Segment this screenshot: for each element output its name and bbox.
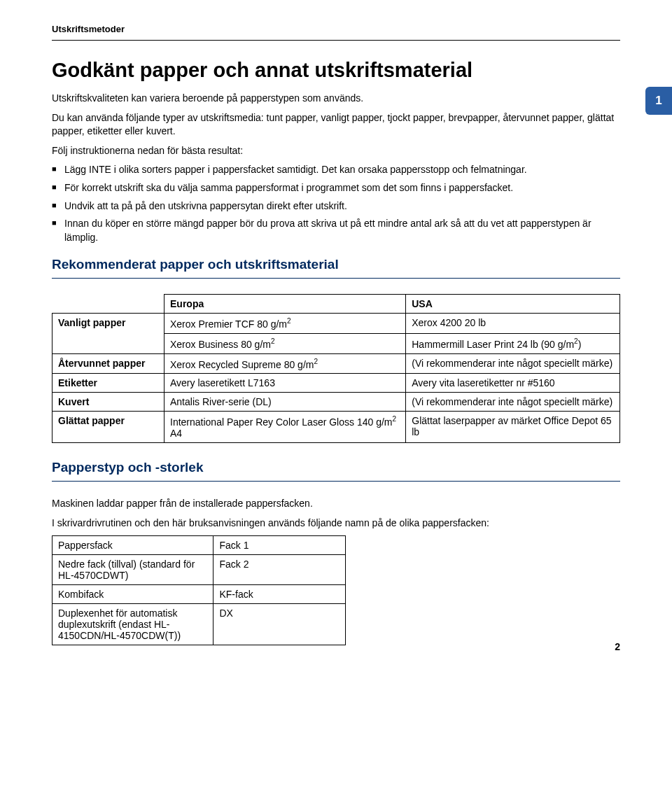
type-para-2: I skrivardrivrutinen och den här bruksan… bbox=[52, 517, 620, 531]
table-row-label: Återvunnet papper bbox=[52, 353, 164, 374]
intro-para-2: Du kan använda följande typer av utskrif… bbox=[52, 111, 620, 139]
table-row-label: Kuvert bbox=[52, 393, 164, 412]
recommended-paper-table: Europa USA Vanligt papper Xerox Premier … bbox=[52, 294, 620, 443]
section-heading-type: Papperstyp och -storlek bbox=[52, 460, 620, 475]
chapter-tab: 1 bbox=[645, 87, 672, 115]
table-cell: Fack 1 bbox=[214, 536, 346, 555]
section-rule bbox=[52, 481, 620, 482]
intro-para-3: Följ instruktionerna nedan för bästa res… bbox=[52, 144, 620, 158]
table-cell: Kombifack bbox=[52, 585, 214, 604]
table-cell: Glättat laserpapper av märket Office Dep… bbox=[406, 412, 620, 443]
guideline-item: Undvik att ta på på den utskrivna papper… bbox=[52, 199, 620, 213]
table-row-label: Etiketter bbox=[52, 374, 164, 393]
type-para-1: Maskinen laddar papper från de installer… bbox=[52, 497, 620, 511]
page-title: Godkänt papper och annat utskriftsmateri… bbox=[52, 59, 620, 82]
table-cell-empty bbox=[52, 295, 164, 314]
section-rule bbox=[52, 278, 620, 279]
table-cell: Xerox Recycled Supreme 80 g/m2 bbox=[164, 353, 406, 374]
tray-names-table: Pappersfack Fack 1 Nedre fack (tillval) … bbox=[52, 535, 346, 645]
table-row-label: Glättat papper bbox=[52, 412, 164, 443]
table-header-usa: USA bbox=[406, 295, 620, 314]
table-cell: Duplexenhet för automatisk duplexutskrif… bbox=[52, 604, 214, 645]
guideline-item: För korrekt utskrift ska du välja samma … bbox=[52, 181, 620, 195]
guideline-item: Innan du köper en större mängd papper bö… bbox=[52, 217, 620, 244]
section-header: Utskriftsmetoder bbox=[52, 24, 620, 34]
table-cell: Avery vita laseretiketter nr #5160 bbox=[406, 374, 620, 393]
table-header-europe: Europa bbox=[164, 295, 406, 314]
table-cell: Nedre fack (tillval) (standard för HL-45… bbox=[52, 555, 214, 585]
page-number: 2 bbox=[615, 641, 620, 652]
table-cell: International Paper Rey Color Laser Glos… bbox=[164, 412, 406, 443]
table-cell: Xerox Premier TCF 80 g/m2 bbox=[164, 314, 406, 334]
table-cell: Xerox Business 80 g/m2 bbox=[164, 334, 406, 354]
table-cell: Antalis River-serie (DL) bbox=[164, 393, 406, 412]
guideline-list: Lägg INTE i olika sorters papper i pappe… bbox=[52, 163, 620, 244]
table-cell: KF-fack bbox=[214, 585, 346, 604]
table-row-label: Vanligt papper bbox=[52, 314, 164, 353]
table-cell: Fack 2 bbox=[214, 555, 346, 585]
table-cell: Hammermill Laser Print 24 lb (90 g/m2) bbox=[406, 334, 620, 354]
table-cell: (Vi rekommenderar inte något speciellt m… bbox=[406, 393, 620, 412]
table-cell: Avery laseretikett L7163 bbox=[164, 374, 406, 393]
header-rule bbox=[52, 40, 620, 41]
intro-para-1: Utskriftskvaliteten kan variera beroende… bbox=[52, 92, 620, 106]
table-cell: Pappersfack bbox=[52, 536, 214, 555]
table-cell: (Vi rekommenderar inte något speciellt m… bbox=[406, 353, 620, 374]
section-heading-recommended: Rekommenderat papper och utskriftsmateri… bbox=[52, 257, 620, 272]
table-cell: DX bbox=[214, 604, 346, 645]
table-cell: Xerox 4200 20 lb bbox=[406, 314, 620, 334]
guideline-item: Lägg INTE i olika sorters papper i pappe… bbox=[52, 163, 620, 177]
